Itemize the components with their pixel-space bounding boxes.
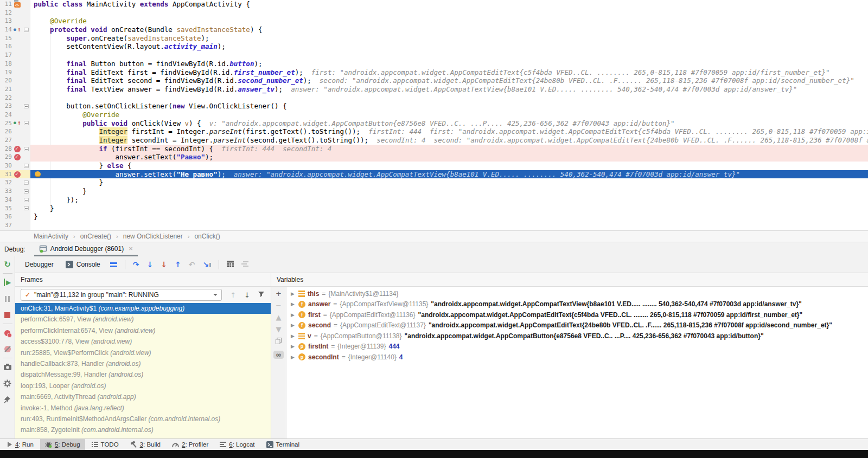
code-line[interactable]: 25 public void onClick(View v) { v: "and… (0, 119, 868, 128)
fold-marker[interactable] (24, 28, 29, 32)
gutter[interactable]: 26 (0, 127, 30, 136)
code-text[interactable] (30, 51, 868, 60)
breadcrumb-item[interactable]: onClick() (194, 233, 220, 240)
stack-frame[interactable]: main:858, ZygoteInit (com.android.intern… (15, 424, 271, 435)
breakpoint-icon[interactable] (14, 154, 21, 160)
code-line[interactable]: 37 (0, 221, 868, 230)
breakpoint-icon[interactable] (14, 146, 21, 152)
evaluate-expression-button[interactable] (227, 261, 234, 269)
step-out-button[interactable]: ↑ (175, 261, 181, 268)
code-text[interactable]: public void onClick(View v) { v: "androi… (30, 119, 868, 128)
variable-row[interactable]: ▶ffirst = {AppCompatEditText@11136} "and… (286, 309, 868, 320)
settings-button[interactable] (0, 375, 15, 391)
gutter[interactable]: 31 (0, 170, 30, 179)
force-step-into-button[interactable]: ↓ (161, 261, 167, 268)
gutter[interactable]: 15 (0, 34, 30, 43)
move-down-button[interactable]: ▼ (276, 326, 282, 333)
code-text[interactable]: if (firstInt == secondInt) { firstInt: 4… (30, 145, 868, 153)
stack-frame[interactable]: access$3100:778, View (android.view) (15, 336, 271, 347)
code-text[interactable]: } (30, 178, 868, 187)
code-text[interactable]: protected void onCreate(Bundle savedInst… (30, 25, 868, 34)
fold-marker[interactable] (24, 189, 29, 193)
code-line[interactable]: 17 (0, 51, 868, 60)
code-line[interactable]: 35 } (0, 204, 868, 213)
gutter[interactable]: 20 (0, 76, 30, 85)
expand-arrow-icon[interactable]: ▶ (291, 354, 296, 360)
code-text[interactable]: final Button button = findViewById(R.id.… (30, 60, 868, 68)
toolwindow-logcat[interactable]: 6: Logcat (215, 439, 259, 450)
toolwindow-debug[interactable]: 5: Debug (40, 439, 85, 450)
expand-arrow-icon[interactable]: ▶ (291, 312, 296, 318)
gutter[interactable]: 30 (0, 162, 30, 170)
code-line[interactable]: 31 answer.setText("Не равно"); answer: "… (0, 170, 868, 179)
fold-marker[interactable] (24, 164, 29, 168)
code-text[interactable]: } (30, 204, 868, 213)
variable-row[interactable]: ▶fsecond = {AppCompatEditText@11137} "an… (286, 320, 868, 331)
add-watch-button[interactable]: + (276, 290, 282, 297)
overriding-method-icon[interactable] (14, 27, 21, 33)
stack-frame[interactable]: invoke:-1, Method (java.lang.reflect) (15, 403, 271, 414)
stack-frame[interactable]: run:25885, View$PerformClick (android.vi… (15, 347, 271, 358)
rerun-button[interactable]: ↻ (4, 260, 11, 269)
gutter[interactable]: 34 (0, 196, 30, 204)
code-line[interactable]: 26 Integer firstInt = Integer.parseInt(f… (0, 127, 868, 136)
threads-view-icon[interactable] (110, 262, 117, 267)
fold-marker[interactable] (24, 180, 29, 185)
code-line[interactable]: 28 if (firstInt == secondInt) { firstInt… (0, 145, 868, 153)
pause-button[interactable] (5, 296, 10, 302)
code-line[interactable]: 36} (0, 212, 868, 221)
code-text[interactable]: } else { (30, 162, 868, 170)
breakpoint-icon[interactable] (14, 171, 21, 178)
tab-console[interactable]: Console (63, 260, 103, 269)
toolwindow-terminal[interactable]: Terminal (261, 439, 304, 450)
stack-frame[interactable]: main:6669, ActivityThread (android.app) (15, 391, 271, 402)
gutter[interactable]: 17 (0, 51, 30, 60)
expand-arrow-icon[interactable]: ▶ (291, 301, 296, 307)
code-text[interactable]: button.setOnClickListener(new View.OnCli… (30, 102, 868, 111)
code-line[interactable]: 22 (0, 94, 868, 102)
gutter[interactable]: 28 (0, 145, 30, 153)
tab-debugger[interactable]: Debugger (23, 260, 56, 269)
layout-settings-button[interactable] (241, 261, 248, 268)
code-text[interactable] (30, 221, 868, 230)
code-line[interactable]: 15 super.onCreate(savedInstanceState); (0, 34, 868, 43)
step-over-button[interactable]: ↷ (133, 261, 139, 268)
toolwindow-run[interactable]: 4: Run (2, 439, 39, 450)
stack-frame[interactable]: run:493, RuntimeInit$MethodAndArgsCaller… (15, 414, 271, 424)
code-line[interactable]: 16 setContentView(R.layout.activity_main… (0, 42, 868, 51)
code-line[interactable]: 12 (0, 9, 868, 17)
expand-arrow-icon[interactable]: ▶ (291, 322, 296, 328)
gutter[interactable]: 22 (0, 94, 30, 102)
code-text[interactable]: Integer firstInt = Integer.parseInt(firs… (30, 127, 868, 136)
variable-row[interactable]: ▶psecondInt = {Integer@11140} 4 (286, 352, 868, 363)
previous-frame-button[interactable]: ↑ (230, 291, 236, 299)
code-line[interactable]: 14 protected void onCreate(Bundle savedI… (0, 25, 868, 34)
code-line[interactable]: 23 button.setOnClickListener(new View.On… (0, 102, 868, 111)
code-text[interactable] (30, 9, 868, 17)
fold-marker[interactable] (24, 147, 29, 151)
stack-frame[interactable]: performClickInternal:6574, View (android… (15, 325, 271, 336)
drop-frame-button[interactable]: ↶ (189, 261, 195, 268)
variable-row[interactable]: ▶v = {AppCompatButton@11138} "androidx.a… (286, 331, 868, 341)
run-to-cursor-button[interactable]: ↘I (202, 261, 211, 268)
fold-marker[interactable] (24, 206, 29, 210)
stack-frame[interactable]: dispatchMessage:99, Handler (android.os) (15, 369, 271, 380)
gutter[interactable]: 11 (0, 0, 30, 9)
stack-frame[interactable]: onClick:31, MainActivity$1 (com.example.… (15, 303, 271, 314)
remove-watch-button[interactable]: − (276, 302, 282, 309)
code-text[interactable]: }); (30, 196, 868, 204)
mute-breakpoints-button[interactable] (4, 346, 11, 352)
code-text[interactable]: final EditText second = findViewById(R.i… (30, 76, 868, 85)
gutter[interactable]: 35 (0, 204, 30, 213)
fold-marker[interactable] (24, 198, 29, 202)
breadcrumb-item[interactable]: onCreate() (80, 233, 111, 240)
next-frame-button[interactable]: ↓ (244, 291, 250, 299)
close-icon[interactable]: × (129, 244, 133, 253)
gutter[interactable]: 21 (0, 85, 30, 94)
toolwindow-build[interactable]: 3: Build (125, 439, 165, 450)
layout-preview-icon[interactable] (14, 2, 21, 8)
stack-frame[interactable]: loop:193, Looper (android.os) (15, 380, 271, 391)
gutter[interactable]: 27 (0, 136, 30, 145)
code-text[interactable]: public class MainActivity extends AppCom… (30, 0, 868, 9)
code-line[interactable]: 11public class MainActivity extends AppC… (0, 0, 868, 9)
